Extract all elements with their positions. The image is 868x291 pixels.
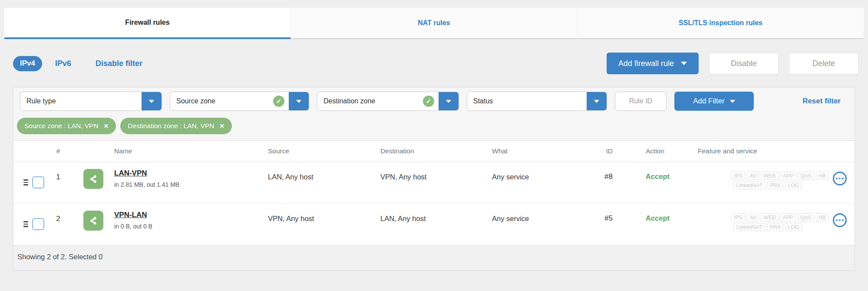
chevron-down-icon [296, 100, 301, 103]
cell-rule-id: #5 [590, 204, 616, 223]
source-zone-label: Source zone [170, 97, 273, 105]
badge-av: AV [747, 213, 759, 222]
cell-what: Any service [486, 204, 590, 223]
share-icon [88, 215, 99, 226]
source-zone-filter-chip[interactable]: Source zone : LAN, VPN ✕ [17, 118, 116, 134]
cell-destination: LAN, Any host [373, 204, 486, 223]
header-name: Name [68, 147, 255, 155]
feature-badge-line: LinkedNAT PRX LOG [707, 223, 828, 231]
ellipsis-dot [839, 178, 841, 180]
feature-badge-line: LinkedNAT PRX LOG [707, 181, 828, 189]
chip-label: Destination zone : LAN, VPN [128, 122, 214, 130]
rule-traffic: in 0 B, out 0 B [114, 223, 152, 230]
delete-label: Delete [812, 59, 835, 68]
rule-type-dropdown[interactable]: Rule type [20, 92, 162, 111]
header-action: Action [616, 147, 681, 155]
row-checkbox[interactable] [32, 176, 44, 188]
add-filter-button[interactable]: Add Filter [674, 92, 754, 111]
chip-label: Source zone : LAN, VPN [24, 122, 99, 130]
badge-linkednat: LinkedNAT [733, 181, 765, 189]
source-zone-dropdown-toggle[interactable] [289, 92, 309, 111]
status-dropdown[interactable]: Status [467, 92, 607, 111]
ipv4-toggle[interactable]: IPv4 [13, 56, 42, 71]
header-source: Source [255, 147, 373, 155]
row-number: 2 [48, 204, 68, 223]
destination-zone-dropdown[interactable]: Destination zone ✓ [317, 92, 459, 111]
disable-label: Disable [731, 59, 757, 68]
cell-source: LAN, Any host [255, 162, 373, 181]
close-icon[interactable]: ✕ [104, 122, 109, 129]
badge-qos: QoS [798, 172, 814, 180]
filter-applied-check-icon: ✓ [423, 96, 434, 107]
rule-type-dropdown-toggle[interactable] [142, 92, 162, 111]
badge-av: AV [747, 172, 759, 180]
cell-menu [833, 204, 855, 227]
row-menu-ellipsis-icon[interactable] [833, 172, 847, 185]
cell-name: VPN-LAN in 0 B, out 0 B [68, 204, 255, 231]
disable-button[interactable]: Disable [709, 53, 779, 74]
action-accept[interactable]: Accept [616, 162, 681, 181]
source-zone-dropdown[interactable]: Source zone ✓ [170, 92, 309, 111]
tab-firewall-rules[interactable]: Firewall rules [4, 8, 290, 39]
badge-app: APP [780, 213, 796, 222]
cell-features: IPS AV WEB APP QoS HB LinkedNAT PRX LOG [681, 204, 833, 231]
delete-button[interactable]: Delete [789, 53, 858, 74]
badge-web: WEB [761, 172, 778, 180]
rule-traffic: in 2.81 MB, out 1.41 MB [114, 181, 179, 188]
drag-handle-bar [23, 184, 28, 185]
row-checkbox[interactable] [32, 218, 44, 230]
cell-menu [833, 162, 855, 185]
cell-features: IPS AV WEB APP QoS HB LinkedNAT PRX LOG [681, 162, 833, 189]
cell-drag [13, 204, 28, 227]
chevron-down-icon [446, 100, 451, 103]
badge-ips: IPS [731, 172, 745, 180]
close-icon[interactable]: ✕ [219, 122, 224, 129]
action-accept[interactable]: Accept [616, 204, 681, 222]
tab-nat-rules[interactable]: NAT rules [290, 8, 577, 39]
drag-handle[interactable] [23, 221, 28, 227]
cell-name: LAN-VPN in 2.81 MB, out 1.41 MB [68, 162, 255, 189]
drag-handle[interactable] [23, 179, 28, 185]
rule-name-link[interactable]: VPN-LAN [114, 211, 152, 219]
ipv6-toggle[interactable]: IPv6 [55, 59, 71, 68]
feature-badge-line: IPS AV WEB APP QoS HB [707, 213, 828, 222]
reset-filter-link[interactable]: Reset filter [802, 97, 848, 106]
cell-source: VPN, Any host [255, 204, 373, 223]
drag-handle-bar [23, 221, 28, 222]
destination-zone-dropdown-toggle[interactable] [439, 92, 459, 111]
destination-zone-filter-chip[interactable]: Destination zone : LAN, VPN ✕ [120, 118, 232, 134]
badge-linkednat: LinkedNAT [733, 223, 765, 231]
badge-prx: PRX [767, 223, 783, 231]
cell-destination: VPN, Any host [373, 162, 486, 181]
add-firewall-rule-button[interactable]: Add firewall rule [607, 53, 699, 74]
table-footer-status: Showing 2 of 2. Selected 0 [13, 245, 855, 270]
badge-web: WEB [761, 213, 778, 222]
badge-log: LOG [785, 181, 802, 189]
chevron-down-icon [149, 100, 154, 103]
disable-filter-link[interactable]: Disable filter [96, 59, 142, 68]
active-filter-chips: Source zone : LAN, VPN ✕ Destination zon… [13, 115, 855, 140]
tab-label: Firewall rules [125, 19, 169, 26]
chevron-down-icon [594, 100, 599, 103]
tab-label: NAT rules [418, 19, 450, 27]
rule-name-link[interactable]: LAN-VPN [114, 169, 179, 178]
feature-badge-line: IPS AV WEB APP QoS HB [707, 172, 828, 180]
cell-rule-id: #8 [590, 162, 616, 181]
status-label: Status [467, 97, 587, 105]
rule-name-block: LAN-VPN in 2.81 MB, out 1.41 MB [114, 169, 179, 189]
table-row: 2 VPN-LAN in 0 B, out 0 B VPN, Any host [13, 203, 855, 245]
ellipsis-dot [842, 178, 844, 180]
feature-badges: IPS AV WEB APP QoS HB LinkedNAT PRX LOG [707, 172, 828, 189]
status-dropdown-toggle[interactable] [587, 92, 607, 111]
filter-applied-check-icon: ✓ [273, 96, 284, 107]
table-row: 1 LAN-VPN in 2.81 MB, out 1.41 MB LAN, A… [13, 162, 855, 203]
tab-ssl-tls-inspection-rules[interactable]: SSL/TLS inspection rules [577, 8, 864, 39]
chevron-down-icon [681, 62, 687, 65]
rule-id-input[interactable] [615, 92, 667, 111]
rule-name-block: VPN-LAN in 0 B, out 0 B [114, 211, 152, 231]
ellipsis-dot [836, 178, 838, 180]
firewall-rules-panel: Rule type Source zone ✓ Destination zone… [13, 87, 855, 271]
drag-handle-bar [23, 179, 28, 181]
row-menu-ellipsis-icon[interactable] [833, 213, 847, 227]
badge-prx: PRX [767, 181, 783, 189]
